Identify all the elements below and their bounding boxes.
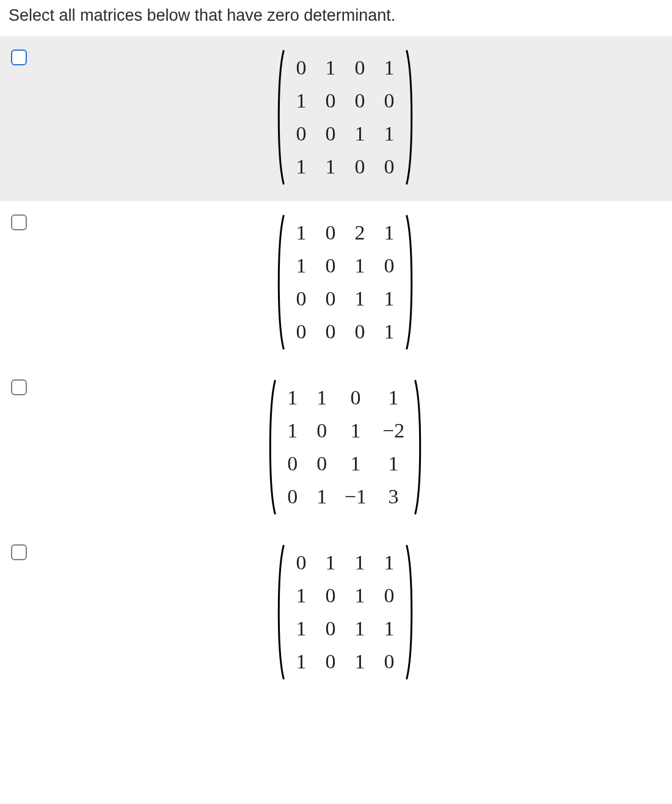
matrix-cell: 0 xyxy=(382,90,396,111)
left-paren-icon xyxy=(266,379,277,516)
matrix-cell: 0 xyxy=(324,222,337,243)
matrix-display-0: 0101100000111100 xyxy=(27,47,663,188)
matrix-cell: 1 xyxy=(315,387,329,408)
matrix-cell: 1 xyxy=(294,90,308,111)
matrix-grid: 1101101−2001101−13 xyxy=(277,379,413,516)
matrix-cell: 0 xyxy=(324,255,337,276)
matrix-cell: 1 xyxy=(294,156,308,177)
matrix-cell: 0 xyxy=(353,57,367,78)
matrix-cell: 0 xyxy=(324,123,337,144)
right-paren-icon xyxy=(404,49,415,186)
matrix-cell: 1 xyxy=(294,585,308,606)
matrix-cell: 0 xyxy=(382,651,396,672)
matrix-cell: 1 xyxy=(382,123,396,144)
matrix-display-2: 1101101−2001101−13 xyxy=(27,377,663,517)
matrix-cell: 0 xyxy=(324,90,337,111)
matrix-cell: 1 xyxy=(349,453,362,474)
matrix-cell: 1 xyxy=(353,255,367,276)
matrix-cell: 1 xyxy=(294,651,308,672)
matrix-cell: 1 xyxy=(382,222,396,243)
matrix-cell: 1 xyxy=(387,387,400,408)
matrix-cell: 0 xyxy=(324,321,337,342)
matrix-cell: 1 xyxy=(286,420,299,441)
option-row-3: 0111101010111010 xyxy=(0,531,672,696)
matrix-cell: 0 xyxy=(286,453,299,474)
option-checkbox-2[interactable] xyxy=(11,379,27,395)
matrix-grid: 1021101000110001 xyxy=(286,214,404,351)
matrix-cell: 0 xyxy=(315,420,329,441)
matrix-cell: 0 xyxy=(286,486,299,507)
matrix-grid: 0111101010111010 xyxy=(286,544,404,681)
matrix-cell: 1 xyxy=(353,585,367,606)
options-container: 010110000011110010211010001100011101101−… xyxy=(0,36,672,696)
option-checkbox-1[interactable] xyxy=(11,214,27,230)
matrix-display-1: 1021101000110001 xyxy=(27,212,663,353)
matrix-cell: 0 xyxy=(294,288,308,309)
option-checkbox-3[interactable] xyxy=(11,544,27,560)
matrix-cell: 1 xyxy=(324,57,337,78)
matrix-cell: 0 xyxy=(353,156,367,177)
right-paren-icon xyxy=(404,544,415,681)
matrix-cell: 0 xyxy=(315,453,329,474)
option-checkbox-0[interactable] xyxy=(11,49,27,65)
matrix-cell: 0 xyxy=(382,585,396,606)
left-paren-icon xyxy=(275,49,286,186)
matrix-cell: 1 xyxy=(349,420,362,441)
left-paren-icon xyxy=(275,544,286,681)
matrix-cell: 0 xyxy=(324,651,337,672)
matrix-cell: 1 xyxy=(286,387,299,408)
question-prompt: Select all matrices below that have zero… xyxy=(0,0,672,36)
matrix-cell: 1 xyxy=(324,552,337,573)
matrix-cell: 1 xyxy=(382,57,396,78)
matrix-cell: 1 xyxy=(353,123,367,144)
matrix-cell: 2 xyxy=(353,222,367,243)
matrix-cell: −2 xyxy=(382,420,404,441)
left-paren-icon xyxy=(275,214,286,351)
matrix-cell: 3 xyxy=(387,486,400,507)
matrix-cell: 1 xyxy=(387,453,400,474)
matrix-cell: 1 xyxy=(294,222,308,243)
matrix-grid: 0101100000111100 xyxy=(286,49,404,186)
matrix-cell: 1 xyxy=(382,321,396,342)
matrix-cell: 0 xyxy=(324,585,337,606)
matrix-cell: 1 xyxy=(294,618,308,639)
option-row-2: 1101101−2001101−13 xyxy=(0,366,672,531)
matrix-cell: 1 xyxy=(382,288,396,309)
right-paren-icon xyxy=(404,214,415,351)
matrix-cell: 1 xyxy=(353,618,367,639)
matrix-cell: 1 xyxy=(382,618,396,639)
matrix-cell: 0 xyxy=(353,321,367,342)
matrix-cell: 1 xyxy=(294,255,308,276)
matrix-cell: 0 xyxy=(294,57,308,78)
matrix-display-3: 0111101010111010 xyxy=(27,542,663,682)
matrix-cell: 0 xyxy=(324,288,337,309)
matrix-cell: 1 xyxy=(353,552,367,573)
option-row-0: 0101100000111100 xyxy=(0,36,672,201)
matrix-cell: 1 xyxy=(353,288,367,309)
matrix-cell: 1 xyxy=(315,486,329,507)
matrix-cell: 0 xyxy=(382,156,396,177)
matrix-cell: 1 xyxy=(382,552,396,573)
matrix-cell: 0 xyxy=(294,321,308,342)
matrix-cell: 1 xyxy=(324,156,337,177)
matrix-cell: 0 xyxy=(353,90,367,111)
right-paren-icon xyxy=(413,379,424,516)
matrix-cell: 1 xyxy=(353,651,367,672)
matrix-cell: −1 xyxy=(345,486,367,507)
matrix-cell: 0 xyxy=(294,552,308,573)
matrix-cell: 0 xyxy=(294,123,308,144)
matrix-cell: 0 xyxy=(382,255,396,276)
matrix-cell: 0 xyxy=(324,618,337,639)
option-row-1: 1021101000110001 xyxy=(0,201,672,366)
matrix-cell: 0 xyxy=(349,387,362,408)
